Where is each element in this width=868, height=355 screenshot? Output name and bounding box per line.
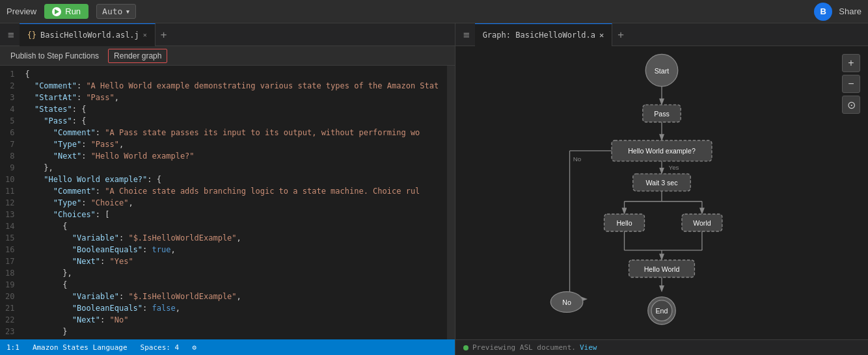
- graph-tab-name: Graph: BasicHelloWorld.a: [483, 31, 595, 40]
- graph-body: + − ⊙ Start Pass: [455, 46, 868, 339]
- editor-panel: ≡ {} BasicHelloWorld.asl.j ✕ + Publish t…: [0, 23, 455, 355]
- topbar-left: Preview Run Auto ▾: [7, 4, 136, 19]
- hello-world-node-label: Hello World: [644, 265, 680, 273]
- run-triangle-icon: [55, 9, 59, 14]
- editor-status-bar: 1:1 Amazon States Language Spaces: 4 ⚙: [0, 339, 455, 355]
- render-graph-button[interactable]: Render graph: [108, 49, 167, 63]
- line-numbers: 123456 789101112 131415161718 1920212223…: [0, 66, 20, 339]
- zoom-out-button[interactable]: −: [842, 75, 860, 93]
- editor-scrollbar[interactable]: [447, 66, 455, 339]
- editor-body: 123456 789101112 131415161718 1920212223…: [0, 66, 455, 339]
- graph-menu-icon[interactable]: ≡: [458, 29, 475, 41]
- spaces-info: Spaces: 4: [141, 343, 180, 352]
- graph-svg: Start Pass Hello World example? Yes Wait…: [455, 46, 868, 339]
- editor-tab-name: BasicHelloWorld.asl.j: [40, 31, 139, 40]
- asl-file-icon: {}: [27, 31, 36, 40]
- main-layout: ≡ {} BasicHelloWorld.asl.j ✕ + Publish t…: [0, 23, 868, 355]
- language-mode: Amazon States Language: [33, 343, 128, 352]
- hello-world-example-node-label: Hello World example?: [628, 147, 696, 155]
- chevron-down-icon: ▾: [125, 7, 130, 16]
- end-node-label: End: [656, 307, 668, 315]
- no-edge-label: No: [573, 155, 581, 163]
- graph-controls: + − ⊙: [842, 54, 860, 114]
- editor-tab-close[interactable]: ✕: [143, 31, 147, 38]
- editor-menu-icon[interactable]: ≡: [3, 29, 20, 41]
- auto-label: Auto: [102, 7, 122, 16]
- graph-panel: ≡ Graph: BasicHelloWorld.a ✕ + + − ⊙: [455, 23, 868, 355]
- wait-3sec-node-label: Wait 3 sec: [645, 179, 678, 187]
- run-label: Run: [65, 7, 81, 16]
- graph-status-text: Previewing ASL document.: [472, 343, 576, 352]
- yes-edge-label: Yes: [669, 164, 679, 171]
- run-button[interactable]: Run: [44, 4, 88, 19]
- topbar-right: B Share: [814, 3, 861, 21]
- no-node-label: No: [562, 298, 571, 306]
- editor-toolbar: Publish to Step Functions Render graph: [0, 46, 455, 66]
- auto-select[interactable]: Auto ▾: [96, 4, 136, 19]
- graph-status-bar: Previewing ASL document. View: [455, 339, 868, 355]
- world-node-label: World: [693, 219, 711, 227]
- graph-tab[interactable]: Graph: BasicHelloWorld.a ✕: [475, 23, 613, 46]
- share-button[interactable]: Share: [839, 7, 861, 16]
- graph-tabs-bar: ≡ Graph: BasicHelloWorld.a ✕ +: [455, 23, 868, 46]
- graph-status-link[interactable]: View: [580, 343, 597, 352]
- graph-tab-close[interactable]: ✕: [599, 31, 604, 40]
- pass-node-label: Pass: [654, 110, 670, 118]
- preview-button[interactable]: Preview: [7, 7, 36, 16]
- fit-button[interactable]: ⊙: [842, 96, 860, 114]
- editor-tab[interactable]: {} BasicHelloWorld.asl.j ✕: [20, 23, 156, 46]
- hello-node-label: Hello: [616, 219, 632, 227]
- run-icon: [52, 7, 61, 16]
- status-dot: [463, 345, 468, 350]
- code-editor[interactable]: { "Comment": "A Hello World example demo…: [20, 66, 447, 339]
- publish-button[interactable]: Publish to Step Functions: [5, 49, 104, 63]
- start-node-label: Start: [655, 67, 669, 75]
- zoom-in-button[interactable]: +: [842, 54, 860, 72]
- topbar: Preview Run Auto ▾ B Share: [0, 0, 868, 23]
- add-graph-tab-button[interactable]: +: [612, 29, 629, 41]
- settings-icon[interactable]: ⚙: [192, 343, 197, 352]
- editor-tabs-bar: ≡ {} BasicHelloWorld.asl.j ✕ +: [0, 23, 455, 46]
- cursor-position: 1:1: [7, 343, 20, 352]
- avatar-button[interactable]: B: [814, 3, 832, 21]
- add-editor-tab-button[interactable]: +: [156, 29, 172, 41]
